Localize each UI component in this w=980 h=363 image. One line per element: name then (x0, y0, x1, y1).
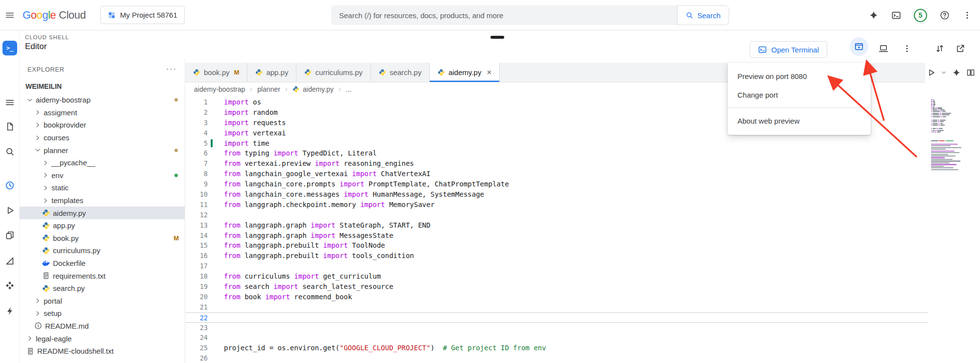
help-icon[interactable] (940, 10, 950, 20)
code-line-9[interactable]: 9from langchain_core.prompts import Prom… (185, 179, 928, 189)
code-line-15[interactable]: 15from langgraph.prebuilt import ToolNod… (185, 240, 928, 251)
notification-badge[interactable]: 5 (914, 9, 927, 22)
gemini-icon[interactable] (869, 10, 879, 20)
menu-item[interactable]: Preview on port 8080 (728, 67, 871, 85)
tree-folder-setup[interactable]: setup (20, 307, 185, 320)
menu-item-about[interactable]: About web preview (728, 111, 871, 130)
code-line-12[interactable]: 12 (185, 210, 928, 220)
code-line-23[interactable]: 23 (185, 323, 928, 333)
tab-app.py[interactable]: app.py (247, 63, 296, 82)
activity-copy-icon[interactable] (5, 231, 15, 240)
more-options-icon[interactable] (962, 10, 972, 20)
panel-drag-handle[interactable] (490, 36, 504, 39)
code-line-26[interactable]: 26 (185, 353, 928, 363)
tab-search.py[interactable]: search.py (371, 63, 430, 82)
code-line-17[interactable]: 17 (185, 261, 928, 271)
line-content: import time (208, 138, 270, 149)
tree-folder-portal[interactable]: portal (20, 295, 185, 308)
search-button[interactable]: Search (677, 5, 729, 25)
code-line-18[interactable]: 18from curriculums import get_curriculum (185, 271, 928, 282)
close-tab-icon[interactable]: × (487, 68, 491, 77)
search-input[interactable] (331, 5, 677, 25)
line-content (208, 210, 224, 220)
workspace-root[interactable]: WEIMEILIN (20, 79, 185, 94)
cloud-shell-activate-icon[interactable] (891, 10, 901, 20)
code-line-10[interactable]: 10from langchain_core.messages import Hu… (185, 189, 928, 200)
breadcrumb-item[interactable]: ... (346, 85, 352, 93)
hamburger-menu-icon[interactable] (5, 10, 15, 20)
project-selector[interactable]: My Project 58761 (100, 6, 185, 24)
breadcrumb-item[interactable]: aidemy.py (303, 85, 334, 93)
tree-folder-planner[interactable]: planner (20, 144, 185, 156)
activity-ruler-icon[interactable] (5, 256, 15, 266)
tree-file-aidemy.py[interactable]: aidemy.py (20, 207, 185, 219)
tab-aidemy.py[interactable]: aidemy.py× (430, 63, 500, 82)
code-line-8[interactable]: 8from langchain_google_vertexai import C… (185, 169, 928, 179)
breadcrumb-item[interactable]: planner (257, 85, 280, 93)
tree-folder-__pycache__[interactable]: __pycache__ (20, 156, 185, 169)
tree-file-search.py[interactable]: search.py (20, 282, 185, 295)
docker-icon (42, 259, 50, 267)
code-line-20[interactable]: 20from book import recommend_book (185, 292, 928, 302)
editor-title: Editor (25, 42, 69, 52)
activity-run-icon[interactable] (5, 206, 15, 215)
breadcrumb-item[interactable]: aidemy-boostrap (194, 85, 245, 93)
tree-file-README-cloudshell.txt[interactable]: README-cloudshell.txt (20, 345, 185, 358)
code-line-14[interactable]: 14from langgraph.graph import MessagesSt… (185, 231, 928, 241)
tree-file-curriculums.py[interactable]: curriculums.py (20, 244, 185, 257)
tree-folder-static[interactable]: static (20, 182, 185, 194)
run-dropdown-icon[interactable] (941, 70, 947, 76)
tree-folder-assigment[interactable]: assigment (20, 106, 185, 119)
tree-folder-courses[interactable]: courses (20, 131, 185, 144)
tree-file-requirements.txt[interactable]: requirements.txt (20, 269, 185, 282)
tree-folder-env[interactable]: env (20, 169, 185, 182)
line-content (208, 261, 224, 271)
code-line-13[interactable]: 13from langgraph.graph import StateGraph… (185, 220, 928, 231)
tree-folder-legal-eagle[interactable]: legal-eagle (20, 332, 185, 345)
code-line-5[interactable]: 5import time (185, 138, 928, 149)
activity-search-icon[interactable] (5, 147, 15, 156)
tree-file-book.py[interactable]: book.pyM (20, 232, 185, 245)
tree-item-label: aidemy.py (53, 209, 86, 217)
menu-item[interactable]: Change port (728, 85, 871, 104)
code-line-11[interactable]: 11from langgraph.checkpoint.memory impor… (185, 200, 928, 210)
code-editor[interactable]: 1import os2import random3import requests… (185, 96, 980, 363)
run-file-icon[interactable] (927, 68, 935, 77)
cloud-shell-logo[interactable]: >_ (2, 41, 17, 55)
code-line-25[interactable]: 25project_id = os.environ.get("GOOGLE_CL… (185, 343, 928, 353)
code-line-6[interactable]: 6from typing import TypedDict, Literal (185, 148, 928, 158)
python-icon (438, 69, 445, 76)
tree-folder-bookprovider[interactable]: bookprovider (20, 119, 185, 131)
tree-folder-templates[interactable]: templates (20, 194, 185, 207)
tree-item-label: env (51, 171, 63, 180)
code-line-22[interactable]: 22 (185, 312, 928, 323)
activity-extensions-icon[interactable] (5, 281, 15, 290)
split-editor-icon[interactable] (966, 68, 975, 77)
code-line-7[interactable]: 7from vertexai.preview import reasoning_… (185, 158, 928, 169)
explorer-header: EXPLORER ··· (20, 59, 185, 79)
tab-curriculums.py[interactable]: curriculums.py (296, 63, 371, 82)
tab-book.py[interactable]: book.pyM (185, 63, 247, 82)
web-preview-button[interactable] (850, 37, 868, 56)
laptop-icon[interactable] (879, 44, 888, 53)
gemini-spark-icon[interactable] (952, 68, 961, 77)
code-line-19[interactable]: 19from search import search_latest_resou… (185, 282, 928, 292)
minimap[interactable] (931, 99, 976, 170)
activity-files-icon[interactable] (5, 122, 15, 131)
tree-file-README.md[interactable]: README.md (20, 320, 185, 333)
open-terminal-button[interactable]: Open Terminal (750, 41, 827, 58)
swap-panels-icon[interactable] (935, 44, 945, 53)
open-in-new-icon[interactable] (956, 44, 965, 53)
tree-folder-aidemy-boostrap[interactable]: aidemy-boostrap (20, 94, 185, 106)
tree-file-app.py[interactable]: app.py (20, 219, 185, 232)
activity-bolt-icon[interactable] (5, 306, 15, 316)
activity-menu-icon[interactable] (5, 98, 15, 107)
code-line-24[interactable]: 24 (185, 333, 928, 343)
shell-more-icon[interactable] (902, 44, 912, 53)
activity-history-icon[interactable] (5, 181, 15, 190)
explorer-more-icon[interactable]: ··· (166, 67, 177, 72)
code-line-16[interactable]: 16from langgraph.prebuilt import tools_c… (185, 251, 928, 261)
tree-file-Dockerfile[interactable]: Dockerfile (20, 257, 185, 270)
code-line-21[interactable]: 21 (185, 302, 928, 312)
line-number: 3 (185, 118, 208, 128)
